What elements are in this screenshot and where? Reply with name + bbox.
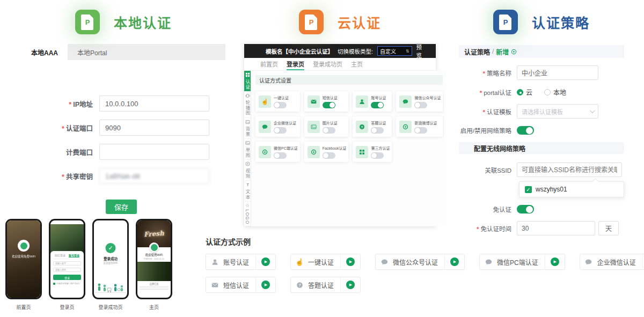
checkbox-checked-icon[interactable]: ✓ bbox=[525, 186, 532, 193]
sidebar-item-视频[interactable]: 视频 bbox=[244, 160, 251, 181]
sms-login-tab[interactable]: 短信登录 bbox=[55, 253, 65, 257]
tab-本地Portal[interactable]: 本地Portal bbox=[68, 44, 116, 60]
sidebar-item-文本[interactable]: T文本 bbox=[244, 181, 251, 202]
example-button-企业微信认证[interactable]: 企业微信认证▶ bbox=[580, 254, 644, 270]
auth-card-图片认证: 图片认证 bbox=[304, 116, 349, 137]
success-subtext: 欢迎使用WiFi bbox=[94, 261, 127, 264]
person-icon bbox=[206, 259, 223, 266]
cloud-auth-header: P 云认证 bbox=[244, 5, 436, 39]
sidebar-item-认证[interactable]: 认证 bbox=[244, 71, 251, 92]
page-tab-登录成功页[interactable]: 登录成功页 bbox=[313, 58, 342, 70]
breadcrumb-current: 新增 bbox=[496, 47, 509, 56]
enable-policy-toggle[interactable] bbox=[517, 126, 534, 135]
radio-cloud[interactable]: 云 bbox=[517, 87, 532, 97]
play-icon[interactable]: ▶ bbox=[551, 257, 559, 266]
sidebar-item-单图[interactable]: 单图 bbox=[244, 139, 251, 160]
breadcrumb-root[interactable]: 认证策略 bbox=[464, 47, 490, 56]
auth-policy-title: 认证策略 bbox=[532, 12, 590, 32]
editor-body: 认证轮播图背景单图视频T文本☆LOGO 认证方式设置 ☝一键认证短信认证账号认证… bbox=[244, 71, 436, 226]
phone-label: 登录成功页 bbox=[98, 304, 122, 311]
auth-port-input[interactable] bbox=[99, 120, 209, 136]
example-button-答题认证[interactable]: ?答题认证▶ bbox=[290, 277, 361, 293]
phone-login-page: 短信登录 账号登录 请输入账号 请输入密码 登录 已阅读并同意《用户协议》 登录… bbox=[49, 219, 85, 311]
template-type-select[interactable]: 自定义⇅ bbox=[377, 46, 412, 56]
accounting-port-input[interactable] bbox=[99, 144, 209, 160]
toggle-企业微信认证[interactable] bbox=[274, 127, 287, 134]
toggle-Facebook认证[interactable] bbox=[323, 152, 335, 159]
phone-pre-page: 欢迎使用免费WiFi 前置页 bbox=[5, 219, 42, 311]
envelope-icon bbox=[206, 282, 223, 289]
auth-card-账号认证: 账号认证 bbox=[353, 91, 392, 112]
page-tab-登录页[interactable]: 登录页 bbox=[287, 58, 304, 70]
play-icon[interactable]: ▶ bbox=[261, 281, 270, 289]
ssid-dropdown[interactable]: ✓ wszyhys01 bbox=[519, 181, 624, 197]
sidebar-item-背景[interactable]: 背景 bbox=[244, 118, 251, 139]
play-icon[interactable]: ▶ bbox=[450, 257, 459, 266]
star-icon: ☆ bbox=[245, 203, 250, 208]
store-photo bbox=[7, 220, 40, 298]
local-auth-form: *IP地址 *认证端口 计费端口 *共享密钥 保存 bbox=[21, 95, 225, 214]
example-button-一键认证[interactable]: ☝一键认证▶ bbox=[290, 254, 361, 270]
toggle-答题认证[interactable] bbox=[371, 127, 384, 134]
ssid-search-input[interactable] bbox=[517, 163, 622, 177]
auth-free-time-input[interactable] bbox=[517, 221, 595, 235]
toggle-微信PC端认证[interactable] bbox=[274, 152, 287, 159]
save-button[interactable]: 保存 bbox=[106, 200, 137, 214]
page-tab-主页[interactable]: 主页 bbox=[351, 58, 363, 70]
auth-free-toggle[interactable] bbox=[517, 205, 534, 213]
preview-button[interactable]: 预览 bbox=[416, 43, 427, 59]
form-row-auth-port: *认证端口 bbox=[21, 120, 225, 136]
grid4-icon bbox=[245, 72, 250, 78]
template-name: 模板名【中小企业云认证】 bbox=[266, 47, 333, 55]
local-auth-panel: P 本地认证 本地AAA本地Portal *IP地址 *认证端口 计费端口 *共… bbox=[21, 5, 225, 214]
example-button-短信认证[interactable]: 短信认证▶ bbox=[206, 277, 276, 293]
svg-text:?: ? bbox=[298, 282, 301, 287]
login-button[interactable]: 登录 bbox=[53, 275, 81, 280]
ip-address-input[interactable] bbox=[99, 95, 209, 112]
toggle-一键认证[interactable] bbox=[274, 102, 287, 108]
agree-checkbox-icon[interactable] bbox=[53, 283, 55, 285]
play-icon[interactable]: ▶ bbox=[346, 281, 355, 289]
svg-text:T: T bbox=[246, 182, 249, 186]
toggle-短信认证[interactable] bbox=[323, 102, 335, 108]
phone-label: 主页 bbox=[149, 304, 159, 311]
auth-card-微信PC端认证: 微信PC端认证 bbox=[255, 142, 300, 162]
page-tab-前置页[interactable]: 前置页 bbox=[260, 58, 278, 70]
tab-本地AAA[interactable]: 本地AAA bbox=[21, 44, 68, 60]
wireless-policy-section-title: 配置无线网络策略 bbox=[459, 142, 624, 154]
chevron-down-icon bbox=[590, 108, 595, 113]
ssid-option[interactable]: wszyhys01 bbox=[536, 186, 567, 193]
toggle-图片认证[interactable] bbox=[323, 127, 335, 134]
brand-logo-icon bbox=[18, 240, 30, 252]
play-icon[interactable]: ▶ bbox=[346, 257, 355, 266]
bgrect-icon bbox=[245, 120, 250, 126]
shared-key-label: 共享密钥 bbox=[66, 173, 93, 181]
bubble-icon bbox=[259, 121, 271, 133]
brand-logo-icon bbox=[149, 242, 159, 252]
radio-local[interactable]: 本地 bbox=[544, 87, 566, 97]
toggle-新浪微博认证[interactable] bbox=[414, 127, 427, 134]
textT-icon: T bbox=[245, 182, 250, 188]
example-button-微信公众号认证[interactable]: 微信公众号认证▶ bbox=[375, 254, 465, 270]
example-button-微信PC端认证[interactable]: 微信PC端认证▶ bbox=[479, 254, 565, 270]
toggle-微信公众号认证[interactable] bbox=[414, 102, 427, 108]
bubble-icon bbox=[376, 259, 393, 266]
auth-policy-panel: P 认证策略 认证策略 / 新增 *策略名称 *portal认证 云 本地 *认… bbox=[459, 5, 624, 243]
shared-key-input[interactable] bbox=[99, 168, 209, 184]
policy-name-label: 策略名称 bbox=[487, 70, 511, 77]
account-login-tab[interactable]: 账号登录 bbox=[69, 253, 79, 257]
password-field[interactable]: 请输入密码 bbox=[53, 268, 81, 272]
account-field[interactable]: 请输入账号 bbox=[53, 261, 81, 266]
toggle-账号认证[interactable] bbox=[371, 102, 384, 108]
toggle-第三方认证[interactable] bbox=[371, 152, 384, 159]
row-ssid: 关联SSID bbox=[459, 163, 624, 177]
sidebar-item-轮播图[interactable]: 轮播图 bbox=[244, 92, 251, 118]
hand-icon: ☝ bbox=[291, 258, 308, 266]
auth-template-select[interactable]: 请选择认证模板 bbox=[517, 104, 598, 119]
policy-name-input[interactable] bbox=[517, 65, 598, 80]
local-auth-title: 本地认证 bbox=[114, 12, 172, 32]
sidebar-item-LOGO[interactable]: ☆LOGO bbox=[244, 202, 251, 227]
example-button-账号认证[interactable]: 账号认证▶ bbox=[206, 254, 276, 270]
welcome-text: 欢迎使用免费WiFi bbox=[7, 254, 40, 259]
play-icon[interactable]: ▶ bbox=[261, 257, 270, 266]
